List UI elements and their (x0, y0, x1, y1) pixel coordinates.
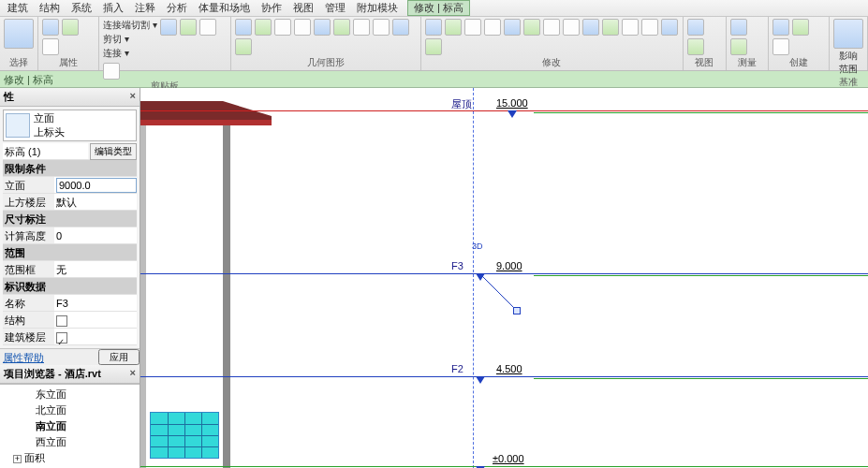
menu-item[interactable]: 注释 (129, 1, 161, 15)
menu-item[interactable]: 建筑 (2, 1, 34, 15)
property-value[interactable] (54, 177, 137, 193)
ribbon-button[interactable] (687, 38, 704, 55)
level-type-icon (6, 113, 30, 138)
elevation-input[interactable] (56, 178, 137, 193)
menu-item[interactable]: 分析 (161, 1, 193, 15)
level-elevation-value[interactable]: 9.000 (496, 260, 522, 271)
svg-line-2 (481, 275, 515, 309)
checkbox[interactable] (56, 332, 67, 344)
ribbon-button[interactable] (274, 19, 291, 36)
ribbon-split-button[interactable]: 剪切 ▾ (103, 33, 129, 46)
property-key: 上方楼层 (3, 194, 54, 210)
ribbon-button[interactable] (425, 38, 442, 55)
ribbon-button[interactable] (445, 19, 462, 36)
ribbon-button[interactable] (792, 19, 809, 36)
ribbon-button[interactable] (103, 63, 120, 80)
ribbon-button[interactable] (730, 19, 747, 36)
ribbon-button[interactable] (294, 19, 311, 36)
ribbon-button[interactable] (772, 19, 789, 36)
ribbon-button[interactable] (333, 19, 350, 36)
ribbon-button[interactable] (314, 19, 331, 36)
project-browser[interactable]: 东立面北立面南立面西立面+面积+明细表/数量-图纸 (全部)+001 - 总平面… (0, 384, 140, 468)
ribbon-group: 测量 (727, 17, 769, 70)
property-row: 立面 (3, 177, 137, 194)
ribbon-button[interactable] (160, 19, 177, 36)
ribbon-button[interactable] (392, 19, 409, 36)
menu-item[interactable]: 体量和场地 (193, 1, 256, 15)
ribbon-button[interactable] (504, 19, 521, 36)
level-name[interactable]: F2 (451, 363, 463, 374)
ribbon-button[interactable] (42, 38, 59, 55)
ribbon-button[interactable] (661, 19, 678, 36)
ribbon-button[interactable] (582, 19, 599, 36)
menu-item[interactable]: 管理 (319, 1, 351, 15)
ribbon-button[interactable] (373, 19, 390, 36)
ribbon-button[interactable] (772, 38, 789, 55)
apply-button[interactable]: 应用 (98, 349, 140, 365)
checkbox[interactable] (56, 315, 67, 327)
menu-item[interactable]: 结构 (34, 1, 66, 15)
property-value[interactable]: 0 (54, 227, 137, 243)
menu-item[interactable]: 修改 | 标高 (407, 0, 470, 16)
level-head-icon[interactable] (508, 110, 517, 118)
level-elevation-value[interactable]: 15.000 (496, 97, 528, 109)
close-icon[interactable]: × (130, 367, 136, 381)
menu-item[interactable]: 系统 (66, 1, 97, 15)
tree-node[interactable]: 东立面 (2, 387, 138, 402)
ribbon-button[interactable] (425, 19, 442, 36)
ribbon-button[interactable] (235, 38, 252, 55)
ribbon-button[interactable] (42, 19, 59, 36)
property-value[interactable]: 无 (54, 261, 137, 277)
level-elevation-value[interactable]: 4.500 (496, 363, 522, 374)
menu-item[interactable]: 协作 (256, 1, 287, 15)
ribbon-button[interactable] (464, 19, 481, 36)
ribbon-group-label: 属性 (42, 56, 95, 70)
menu-item[interactable]: 视图 (287, 1, 319, 15)
drag-handle[interactable] (513, 307, 521, 314)
ribbon-split-button[interactable]: 连接端切割 ▾ (103, 19, 157, 32)
ribbon-button[interactable] (730, 38, 747, 55)
ribbon-button[interactable] (484, 19, 501, 36)
type-selector[interactable]: 立面 上标头 (3, 110, 137, 141)
drawing-canvas[interactable]: 屋顶15.000F39.0003DF24.500±0.000 (140, 88, 868, 468)
ribbon-button[interactable] (543, 19, 560, 36)
ribbon-button[interactable] (4, 19, 34, 49)
property-value[interactable]: 默认 (54, 194, 137, 210)
menu-item[interactable]: 插入 (97, 1, 129, 15)
ribbon-button[interactable] (687, 19, 704, 36)
ribbon-button[interactable] (199, 19, 216, 36)
ribbon-button[interactable] (62, 19, 79, 36)
ribbon-button[interactable] (235, 19, 252, 36)
instance-count[interactable]: 标高 (1) (3, 143, 88, 159)
edit-type-button[interactable]: 编辑类型 (90, 143, 137, 160)
ribbon-button[interactable] (622, 19, 639, 36)
property-value[interactable]: F3 (54, 295, 137, 311)
level-head-icon[interactable] (476, 376, 485, 384)
tree-node[interactable]: +面积 (2, 450, 138, 466)
ribbon-split-button[interactable]: 连接 ▾ (103, 47, 129, 60)
ribbon-button[interactable] (353, 19, 370, 36)
view-thumbnail (150, 412, 219, 459)
tree-node[interactable]: 南立面 (2, 418, 138, 434)
3d-toggle-icon[interactable]: 3D (472, 241, 483, 251)
ribbon-button[interactable] (833, 19, 863, 49)
close-icon[interactable]: × (130, 90, 136, 104)
ribbon-button[interactable] (641, 19, 658, 36)
wall-geometry (140, 125, 146, 468)
ribbon-button[interactable] (255, 19, 272, 36)
ribbon-button[interactable] (602, 19, 619, 36)
ribbon-button[interactable] (563, 19, 580, 36)
tree-node[interactable]: 西立面 (2, 434, 138, 450)
properties-help-link[interactable]: 属性帮助 (0, 349, 44, 365)
level-name[interactable]: F3 (451, 260, 463, 271)
ribbon-button[interactable] (180, 19, 197, 36)
property-key: 计算高度 (3, 227, 54, 243)
level-elevation-value[interactable]: ±0.000 (493, 453, 524, 464)
level-name[interactable]: 屋顶 (451, 97, 472, 111)
ribbon-button[interactable] (523, 19, 540, 36)
property-value[interactable] (54, 329, 137, 344)
menu-item[interactable]: 附加模块 (351, 1, 404, 15)
tree-node[interactable]: 北立面 (2, 402, 138, 418)
property-value[interactable] (54, 312, 137, 328)
expander-icon[interactable]: + (13, 455, 22, 463)
